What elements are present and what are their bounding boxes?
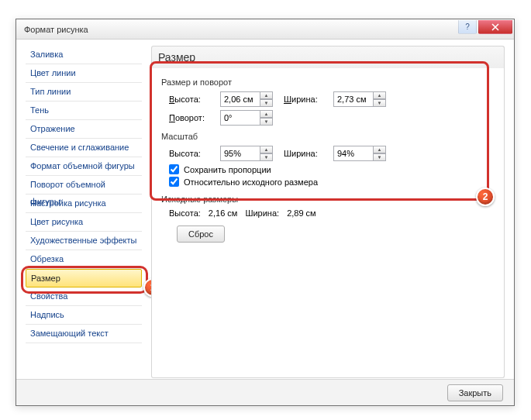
orig-width-label: Ширина:: [245, 208, 279, 218]
height-spinner[interactable]: ▲▼: [220, 91, 273, 107]
scale-width-label: Ширина:: [284, 149, 329, 158]
sidebar-item-line-color[interactable]: Цвет линии: [26, 64, 142, 83]
rotation-input[interactable]: [220, 110, 260, 126]
scale-width-spinner[interactable]: ▲▼: [333, 146, 386, 161]
help-button[interactable]: ?: [458, 20, 477, 34]
window-title: Формат рисунка: [24, 25, 88, 34]
height-label: Высота:: [169, 95, 216, 104]
relative-original-checkbox[interactable]: Относительно исходного размера: [161, 177, 495, 187]
group-scale: Масштаб: [161, 132, 495, 141]
width-label: Ширина:: [284, 95, 329, 104]
chevron-up-icon[interactable]: ▲: [260, 110, 273, 118]
chevron-up-icon[interactable]: ▲: [374, 91, 386, 99]
scale-width-input[interactable]: [333, 146, 374, 161]
chevron-down-icon[interactable]: ▼: [260, 99, 273, 107]
width-input[interactable]: [333, 91, 374, 107]
dialog-body: Заливка Цвет линии Тип линии Тень Отраже…: [16, 40, 514, 379]
reset-button[interactable]: Сброс: [177, 225, 225, 243]
sidebar-item-size[interactable]: Размер: [26, 269, 142, 287]
lock-aspect-label: Сохранить пропорции: [184, 165, 271, 174]
group-size-rotate: Размер и поворот: [161, 77, 495, 87]
orig-width-value: 2,89 см: [287, 208, 316, 218]
close-window-button[interactable]: [478, 20, 512, 34]
sidebar-item-textbox[interactable]: Надпись: [26, 306, 142, 325]
sidebar-item-3d-rotation[interactable]: Поворот объемной фигуры: [26, 176, 142, 195]
sidebar-item-3d-format[interactable]: Формат объемной фигуры: [26, 157, 142, 176]
titlebar: Формат рисунка ?: [16, 19, 514, 40]
sidebar-item-line-style[interactable]: Тип линии: [26, 83, 142, 102]
height-input[interactable]: [220, 91, 260, 107]
lock-aspect-input[interactable]: [169, 164, 179, 174]
chevron-up-icon[interactable]: ▲: [260, 146, 273, 153]
sidebar-item-alt-text[interactable]: Замещающий текст: [26, 325, 142, 343]
dialog-footer: Закрыть: [16, 379, 514, 405]
group-original: Исходные размеры: [161, 195, 495, 204]
window-buttons: ?: [458, 20, 512, 34]
rotation-label: Поворот:: [169, 113, 216, 122]
orig-height-label: Высота:: [169, 208, 201, 218]
sidebar-item-artistic-effects[interactable]: Художественные эффекты: [26, 232, 142, 250]
width-spinner[interactable]: ▲▼: [333, 91, 386, 107]
content-panel: Размер Размер и поворот Высота: ▲▼ Ширин…: [147, 40, 514, 379]
sidebar-item-picture-color[interactable]: Цвет рисунка: [26, 213, 142, 232]
sidebar-item-picture-corrections[interactable]: Настройка рисунка: [26, 195, 142, 213]
rotation-spinner[interactable]: ▲▼: [220, 110, 273, 126]
chevron-up-icon[interactable]: ▲: [260, 91, 273, 99]
chevron-down-icon[interactable]: ▼: [260, 153, 273, 161]
scale-height-label: Высота:: [169, 149, 216, 158]
sidebar-item-crop[interactable]: Обрезка: [26, 250, 142, 269]
category-sidebar: Заливка Цвет линии Тип линии Тень Отраже…: [16, 40, 147, 379]
dialog-window: Формат рисунка ? Заливка Цвет линии Тип …: [16, 19, 515, 406]
scale-height-input[interactable]: [220, 146, 260, 161]
chevron-down-icon[interactable]: ▼: [260, 118, 273, 126]
orig-height-value: 2,16 см: [209, 208, 238, 218]
chevron-down-icon[interactable]: ▼: [374, 153, 386, 161]
chevron-up-icon[interactable]: ▲: [374, 146, 386, 153]
scale-height-spinner[interactable]: ▲▼: [220, 146, 273, 161]
sidebar-item-reflection[interactable]: Отражение: [26, 120, 142, 139]
sidebar-item-fill[interactable]: Заливка: [26, 46, 142, 64]
panel-title: Размер: [151, 46, 505, 68]
panel-body: Размер и поворот Высота: ▲▼ Ширина: ▲▼ П…: [151, 68, 505, 378]
relative-original-input[interactable]: [169, 177, 179, 187]
chevron-down-icon[interactable]: ▼: [374, 99, 386, 107]
sidebar-item-glow[interactable]: Свечение и сглаживание: [26, 139, 142, 157]
sidebar-item-properties[interactable]: Свойства: [26, 287, 142, 306]
close-button[interactable]: Закрыть: [447, 384, 503, 401]
relative-original-label: Относительно исходного размера: [184, 177, 318, 187]
lock-aspect-checkbox[interactable]: Сохранить пропорции: [161, 164, 495, 174]
sidebar-item-shadow[interactable]: Тень: [26, 102, 142, 120]
close-icon: [491, 23, 499, 31]
